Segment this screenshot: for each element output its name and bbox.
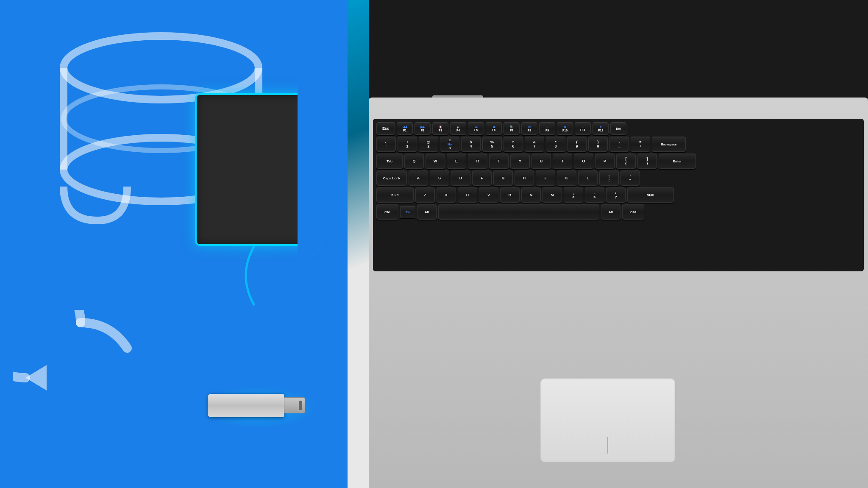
key-u[interactable]: U bbox=[531, 153, 551, 169]
key-s[interactable]: S bbox=[430, 170, 449, 186]
key-f4[interactable]: 🔉F4 bbox=[450, 122, 466, 135]
key-m[interactable]: M bbox=[542, 187, 562, 203]
key-del[interactable]: Del bbox=[610, 122, 626, 135]
key-enter[interactable]: Enter bbox=[659, 153, 696, 169]
key-w[interactable]: W bbox=[426, 153, 445, 169]
bottom-key-row: Ctrl Fn Alt Alt Ctrl bbox=[376, 204, 860, 220]
key-t[interactable]: T bbox=[489, 153, 509, 169]
key-a[interactable]: A bbox=[409, 170, 428, 186]
key-f11[interactable]: □F11 bbox=[575, 122, 591, 135]
key-f10[interactable]: ⚙F10 bbox=[557, 122, 573, 135]
qwerty-key-row: Tab Q W E R T Y U I O P [{ ]} Enter bbox=[376, 153, 860, 169]
key-f5[interactable]: ⏮F5 bbox=[468, 122, 484, 135]
key-c[interactable]: C bbox=[458, 187, 477, 203]
laptop-screen-bezel bbox=[369, 0, 868, 102]
key-j[interactable]: J bbox=[536, 170, 555, 186]
key-b[interactable]: B bbox=[500, 187, 520, 203]
key-p[interactable]: P bbox=[595, 153, 615, 169]
key-n[interactable]: N bbox=[521, 187, 541, 203]
key-ctrl-left[interactable]: Ctrl bbox=[376, 204, 398, 220]
keyboard-area: Esc ◀◀F1 ▶▶F2 🔇F3 🔉F4 ⏮F5 ⏯F6 🔍F7 ⚙F8 ☷F… bbox=[373, 119, 864, 271]
key-e[interactable]: E bbox=[447, 153, 466, 169]
key-x[interactable]: X bbox=[437, 187, 456, 203]
key-tab[interactable]: Tab bbox=[376, 153, 403, 169]
restore-icon bbox=[13, 310, 140, 437]
key-q[interactable]: Q bbox=[404, 153, 424, 169]
key-space[interactable] bbox=[438, 204, 599, 220]
external-hdd bbox=[195, 93, 314, 246]
home-key-row: Caps Lock A S D F G H J K L ;: '" bbox=[376, 170, 860, 186]
key-f3[interactable]: 🔇F3 bbox=[432, 122, 448, 135]
key-5[interactable]: %5 bbox=[482, 137, 502, 152]
key-quote[interactable]: '" bbox=[620, 170, 640, 186]
number-key-row: ~` !1 @2 #No3 $4 %5 ^6 &7 *8 (9 )0 -_ =+… bbox=[376, 137, 860, 152]
key-rbracket[interactable]: ]} bbox=[637, 153, 657, 169]
key-caps-lock[interactable]: Caps Lock bbox=[376, 170, 407, 186]
key-o[interactable]: O bbox=[574, 153, 593, 169]
key-comma[interactable]: ,< bbox=[564, 187, 583, 203]
svg-point-0 bbox=[64, 36, 259, 100]
diagonal-divider bbox=[298, 0, 348, 488]
key-f7[interactable]: 🔍F7 bbox=[504, 122, 520, 135]
key-minus[interactable]: -_ bbox=[609, 137, 629, 152]
key-k[interactable]: K bbox=[557, 170, 576, 186]
key-h[interactable]: H bbox=[515, 170, 534, 186]
key-f1[interactable]: ◀◀F1 bbox=[397, 122, 413, 135]
key-fn[interactable]: Fn bbox=[400, 206, 415, 218]
fn-key-row: Esc ◀◀F1 ▶▶F2 🔇F3 🔉F4 ⏮F5 ⏯F6 🔍F7 ⚙F8 ☷F… bbox=[376, 122, 860, 135]
key-0[interactable]: )0 bbox=[588, 137, 608, 152]
key-backtick[interactable]: ~` bbox=[376, 137, 396, 152]
svg-marker-5 bbox=[25, 365, 47, 390]
key-f6[interactable]: ⏯F6 bbox=[486, 122, 502, 135]
key-esc[interactable]: Esc bbox=[376, 122, 395, 135]
right-panel: Esc ◀◀F1 ▶▶F2 🔇F3 🔉F4 ⏮F5 ⏯F6 🔍F7 ⚙F8 ☷F… bbox=[348, 0, 868, 488]
key-equals[interactable]: =+ bbox=[631, 137, 650, 152]
key-f[interactable]: F bbox=[472, 170, 492, 186]
key-backspace[interactable]: Backspace bbox=[652, 137, 686, 152]
shift-key-row: Shift Z X C V B N M ,< .> /? Shift bbox=[376, 187, 860, 203]
key-v[interactable]: V bbox=[479, 187, 498, 203]
key-period[interactable]: .> bbox=[585, 187, 604, 203]
key-6[interactable]: ^6 bbox=[504, 137, 523, 152]
key-i[interactable]: I bbox=[553, 153, 572, 169]
key-d[interactable]: D bbox=[451, 170, 470, 186]
key-7[interactable]: &7 bbox=[525, 137, 544, 152]
key-shift-right[interactable]: Shift bbox=[627, 187, 674, 203]
laptop-touchpad[interactable] bbox=[540, 378, 676, 463]
key-f2[interactable]: ▶▶F2 bbox=[415, 122, 431, 135]
usb-body bbox=[208, 394, 284, 417]
key-shift-left[interactable]: Shift bbox=[376, 187, 414, 203]
key-2[interactable]: @2 bbox=[419, 137, 438, 152]
key-9[interactable]: (9 bbox=[567, 137, 587, 152]
key-f12[interactable]: ☀F12 bbox=[593, 122, 609, 135]
left-panel bbox=[0, 0, 348, 488]
key-ctrl-right[interactable]: Ctrl bbox=[622, 204, 644, 220]
key-alt-right[interactable]: Alt bbox=[601, 204, 620, 220]
key-l[interactable]: L bbox=[578, 170, 598, 186]
key-f8[interactable]: ⚙F8 bbox=[521, 122, 537, 135]
key-slash[interactable]: /? bbox=[606, 187, 626, 203]
key-4[interactable]: $4 bbox=[461, 137, 481, 152]
key-r[interactable]: R bbox=[468, 153, 487, 169]
key-1[interactable]: !1 bbox=[398, 137, 417, 152]
key-f9[interactable]: ☷F9 bbox=[539, 122, 555, 135]
key-semicolon[interactable]: ;: bbox=[599, 170, 619, 186]
key-alt-left[interactable]: Alt bbox=[417, 204, 437, 220]
key-8[interactable]: *8 bbox=[546, 137, 565, 152]
key-3[interactable]: #No3 bbox=[440, 137, 459, 152]
key-z[interactable]: Z bbox=[415, 187, 435, 203]
key-lbracket[interactable]: [{ bbox=[616, 153, 636, 169]
key-y[interactable]: Y bbox=[510, 153, 530, 169]
usb-drive bbox=[208, 390, 309, 420]
key-g[interactable]: G bbox=[493, 170, 513, 186]
